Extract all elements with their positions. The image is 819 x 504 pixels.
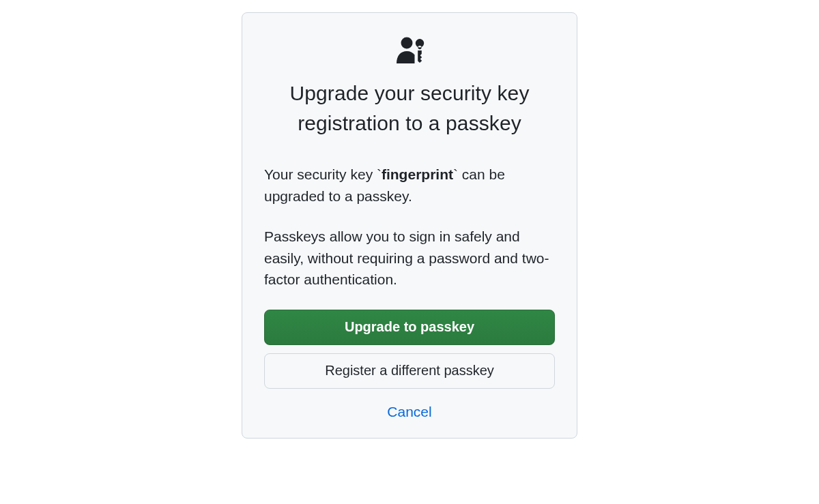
dialog-heading: Upgrade your security key registration t… (264, 78, 555, 138)
upgrade-passkey-dialog: Upgrade your security key registration t… (242, 12, 577, 439)
body-paragraph-1: Your security key `fingerprint` can be u… (264, 164, 555, 207)
cancel-link[interactable]: Cancel (387, 404, 431, 420)
body-prefix: Your security key ` (264, 166, 382, 182)
passkey-icon (392, 36, 427, 63)
body-paragraph-2: Passkeys allow you to sign in safely and… (264, 226, 555, 291)
upgrade-to-passkey-button[interactable]: Upgrade to passkey (264, 310, 555, 345)
register-different-passkey-button[interactable]: Register a different passkey (264, 353, 555, 389)
security-key-name: fingerprint (382, 166, 453, 182)
dialog-body: Your security key `fingerprint` can be u… (264, 164, 555, 291)
svg-point-0 (401, 38, 413, 49)
